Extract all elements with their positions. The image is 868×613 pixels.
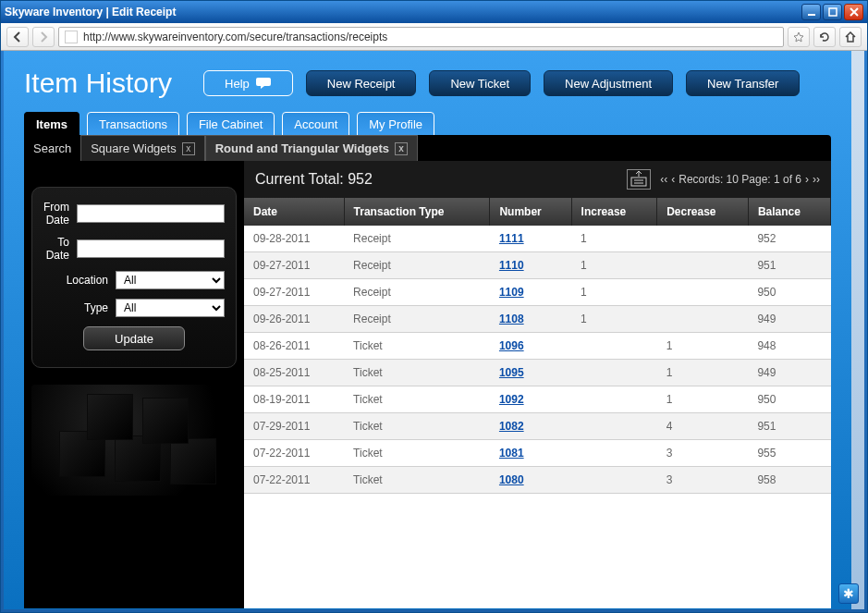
- filter-box: From Date To Date Location All Type: [31, 187, 237, 368]
- number-link[interactable]: 1081: [499, 447, 524, 460]
- type-label: Type: [43, 301, 108, 314]
- svg-rect-1: [829, 8, 837, 16]
- cell-number: 1111: [490, 226, 571, 252]
- table-row: 09-28-2011Receipt11111952: [244, 226, 831, 252]
- col-balance[interactable]: Balance: [748, 198, 830, 226]
- cell-decrease: 1: [657, 386, 749, 413]
- cell-increase: [571, 413, 657, 440]
- new-adjustment-button[interactable]: New Adjustment: [544, 70, 673, 96]
- search-tab[interactable]: Search: [24, 135, 80, 161]
- number-link[interactable]: 1092: [499, 393, 524, 406]
- decorative-boxes-image: [31, 385, 237, 496]
- col-decrease[interactable]: Decrease: [657, 198, 749, 226]
- bookmark-button[interactable]: [788, 27, 810, 47]
- cell-decrease: 3: [657, 467, 749, 494]
- cell-increase: 1: [571, 226, 657, 252]
- back-button[interactable]: [6, 27, 29, 47]
- tab-file-cabinet[interactable]: File Cabinet: [187, 112, 275, 136]
- col-number[interactable]: Number: [490, 198, 571, 226]
- number-link[interactable]: 1110: [499, 259, 524, 272]
- to-date-label: To Date: [43, 236, 69, 262]
- cell-date: 08-25-2011: [244, 360, 344, 386]
- pager-next[interactable]: ›: [805, 173, 809, 186]
- table-row: 08-19-2011Ticket10921950: [244, 386, 831, 413]
- location-label: Location: [43, 274, 108, 287]
- maximize-button[interactable]: [823, 4, 842, 20]
- home-button[interactable]: [839, 27, 862, 47]
- svg-rect-0: [808, 14, 815, 16]
- cell-number: 1110: [490, 252, 571, 279]
- type-select[interactable]: All: [116, 299, 225, 317]
- cell-date: 07-22-2011: [244, 467, 344, 494]
- cell-date: 09-27-2011: [244, 252, 344, 279]
- forward-button[interactable]: [32, 27, 55, 47]
- pager: ‹‹ ‹ Records: 10 Page: 1 of 6 › ››: [660, 173, 820, 186]
- number-link[interactable]: 1080: [499, 473, 524, 486]
- cell-type: Ticket: [344, 360, 490, 386]
- content-scrollbar[interactable]: [851, 51, 864, 609]
- col-type[interactable]: Transaction Type: [344, 198, 490, 226]
- data-grid[interactable]: Date Transaction Type Number Increase De…: [244, 198, 831, 608]
- cell-type: Receipt: [344, 226, 490, 252]
- col-increase[interactable]: Increase: [571, 198, 657, 226]
- cell-decrease: [657, 252, 749, 279]
- cell-balance: 948: [748, 333, 830, 360]
- cell-type: Ticket: [344, 413, 490, 440]
- panel: Search Square Widgets x Round and Triang…: [24, 135, 831, 608]
- export-icon[interactable]: [627, 169, 651, 190]
- cell-balance: 951: [748, 413, 830, 440]
- update-button[interactable]: Update: [83, 326, 185, 350]
- cell-number: 1081: [490, 440, 571, 467]
- subtab-round-triangular-widgets[interactable]: Round and Triangular Widgets x: [205, 135, 418, 161]
- page-header: Item History Help New Receipt New Ticket…: [4, 51, 851, 112]
- number-link[interactable]: 1095: [499, 366, 524, 379]
- number-link[interactable]: 1082: [499, 420, 524, 433]
- location-select[interactable]: All: [116, 271, 225, 289]
- table-row: 09-27-2011Receipt11091950: [244, 279, 831, 306]
- from-date-input[interactable]: [77, 204, 225, 223]
- cell-decrease: 3: [657, 440, 749, 467]
- cell-type: Ticket: [344, 386, 490, 413]
- close-button[interactable]: [844, 4, 863, 20]
- number-link[interactable]: 1096: [499, 339, 524, 352]
- subtab-label: Round and Triangular Widgets: [215, 141, 389, 155]
- cell-decrease: 4: [657, 413, 749, 440]
- from-date-label: From Date: [43, 201, 69, 227]
- subtab-square-widgets[interactable]: Square Widgets x: [80, 135, 205, 161]
- tab-account[interactable]: Account: [282, 112, 349, 136]
- cell-date: 08-26-2011: [244, 333, 344, 360]
- tab-transactions[interactable]: Transactions: [87, 112, 179, 136]
- tab-my-profile[interactable]: My Profile: [357, 112, 434, 136]
- cell-decrease: [657, 306, 749, 333]
- cell-balance: 951: [748, 252, 830, 279]
- reload-button[interactable]: [813, 27, 836, 47]
- new-receipt-button[interactable]: New Receipt: [306, 70, 417, 96]
- cell-balance: 955: [748, 440, 830, 467]
- close-icon[interactable]: x: [395, 142, 408, 155]
- new-ticket-button[interactable]: New Ticket: [429, 70, 531, 96]
- tab-items[interactable]: Items: [24, 112, 79, 136]
- new-transfer-button[interactable]: New Transfer: [686, 70, 800, 96]
- minimize-button[interactable]: [801, 4, 821, 20]
- header-row: Date Transaction Type Number Increase De…: [244, 198, 831, 226]
- number-link[interactable]: 1109: [499, 286, 524, 299]
- pager-last[interactable]: ››: [813, 173, 820, 186]
- cell-increase: 1: [571, 252, 657, 279]
- cell-balance: 950: [748, 279, 830, 306]
- number-link[interactable]: 1108: [499, 313, 524, 325]
- table-row: 09-27-2011Receipt11101951: [244, 252, 831, 279]
- cell-increase: [571, 360, 657, 386]
- to-date-input[interactable]: [77, 239, 225, 258]
- pager-prev[interactable]: ‹: [671, 173, 675, 186]
- cell-increase: [571, 440, 657, 467]
- number-link[interactable]: 1111: [499, 232, 524, 245]
- url-input[interactable]: http://www.skywareinventory.com/secure/t…: [58, 27, 784, 47]
- footer-widget-icon[interactable]: ✱: [838, 583, 859, 604]
- pager-first[interactable]: ‹‹: [660, 173, 667, 186]
- table-row: 08-25-2011Ticket10951949: [244, 360, 831, 386]
- close-icon[interactable]: x: [182, 142, 195, 155]
- cell-number: 1109: [490, 279, 571, 306]
- sub-tabs: Search Square Widgets x Round and Triang…: [24, 135, 831, 161]
- col-date[interactable]: Date: [244, 198, 344, 226]
- help-button[interactable]: Help: [203, 70, 293, 96]
